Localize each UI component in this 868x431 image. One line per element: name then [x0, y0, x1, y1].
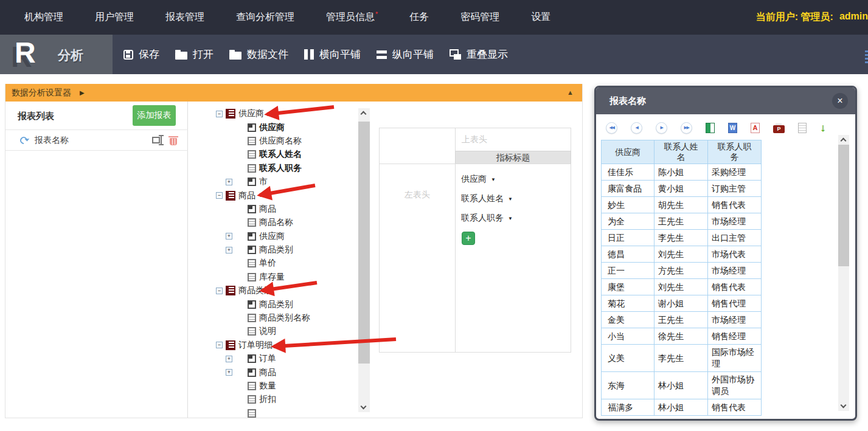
toolbar-button-纵向平铺[interactable]: 纵向平铺: [377, 47, 434, 61]
expand-icon[interactable]: +: [226, 356, 232, 362]
tree-item[interactable]: 联系人姓名: [215, 148, 355, 161]
add-report-button[interactable]: 添加报表: [133, 105, 176, 126]
table-cell: 外国市场协调员: [708, 372, 762, 399]
tree-scrollbar[interactable]: [358, 108, 370, 412]
tree-item[interactable]: 商品类别: [215, 297, 355, 311]
menu-item-机构管理[interactable]: 机构管理: [24, 11, 63, 24]
menu-item-用户管理[interactable]: 用户管理: [95, 11, 134, 24]
rename-icon[interactable]: [152, 137, 160, 143]
refresh-icon[interactable]: [19, 135, 29, 145]
prev-page-icon[interactable]: ◀: [631, 122, 642, 134]
expand-icon[interactable]: +: [226, 179, 232, 185]
download-icon[interactable]: ↓: [820, 123, 825, 133]
scroll-up-icon[interactable]: [841, 138, 847, 144]
table-cell: 方先生: [654, 263, 708, 279]
app-logo-block: R 分析: [0, 35, 113, 74]
scroll-down-icon[interactable]: [361, 404, 367, 410]
collapse-icon[interactable]: −: [216, 288, 223, 294]
tree-item[interactable]: −订单明细: [215, 339, 355, 352]
table-cell: 胡先生: [654, 197, 708, 213]
tree-item[interactable]: 数量: [215, 379, 355, 393]
delete-icon[interactable]: [170, 138, 177, 145]
pivot-field-联系人姓名[interactable]: 联系人姓名▼: [461, 193, 571, 205]
last-page-icon[interactable]: ▶▶: [681, 122, 692, 134]
pivot-left-header-dropzone[interactable]: 左表头: [379, 164, 456, 353]
pivot-top-header-dropzone[interactable]: 上表头: [455, 128, 571, 151]
tree-item[interactable]: +商品类别: [215, 243, 355, 257]
menu-item-密码管理[interactable]: 密码管理: [460, 11, 499, 24]
tree-item[interactable]: +供应商: [215, 230, 355, 243]
tree-item[interactable]: 库存量: [215, 271, 355, 284]
pivot-field-供应商[interactable]: 供应商▼: [461, 173, 571, 185]
add-field-button[interactable]: +: [462, 232, 475, 245]
table-cell: 销售代表: [708, 279, 762, 295]
settings-panel-header[interactable]: 数据分析设置器 ▶: [5, 84, 582, 102]
scroll-down-icon[interactable]: [841, 402, 847, 409]
pivot-field-label: 供应商: [461, 174, 487, 185]
pivot-indicator-title[interactable]: 指标标题: [455, 151, 571, 165]
tree-item[interactable]: +商品: [215, 365, 355, 379]
table-cell: 采购经理: [708, 164, 762, 181]
print-icon[interactable]: P: [773, 125, 785, 133]
field-icon: [248, 314, 256, 322]
collapse-panel-icon[interactable]: ▲: [567, 89, 574, 96]
report-table-scrollbar[interactable]: [838, 135, 849, 411]
report-list-item[interactable]: 报表名称: [5, 129, 188, 151]
table-cell: 出口主管: [708, 230, 762, 246]
tree-item[interactable]: −商品: [215, 188, 355, 202]
collapse-icon[interactable]: −: [216, 111, 223, 117]
toolbar-button-保存[interactable]: 保存: [123, 47, 159, 61]
tree-item-label: 订单: [259, 353, 276, 364]
pivot-field-联系人职务[interactable]: 联系人职务▼: [461, 212, 571, 224]
tree-item[interactable]: 供应商: [215, 120, 355, 134]
tree-item[interactable]: +市: [215, 175, 355, 188]
tree-item[interactable]: [215, 407, 355, 418]
tree-item[interactable]: −商品类别: [215, 284, 355, 297]
collapse-icon[interactable]: −: [216, 192, 223, 199]
expand-icon[interactable]: +: [226, 247, 232, 253]
expand-icon[interactable]: +: [226, 233, 232, 240]
tree-item-label: 供应商: [259, 231, 285, 242]
toolbar-button-重叠显示[interactable]: 重叠显示: [450, 47, 508, 61]
scrollbar-thumb[interactable]: [838, 145, 849, 266]
toolbar-button-label: 横向平铺: [319, 47, 361, 61]
toolbar-button-打开[interactable]: 打开: [175, 47, 214, 61]
menu-item-任务[interactable]: 任务: [409, 11, 429, 24]
tree-item[interactable]: +订单: [215, 352, 355, 365]
close-icon[interactable]: ×: [832, 93, 848, 109]
tree-item-label: 商品: [259, 367, 276, 378]
next-page-icon[interactable]: ▶: [656, 122, 667, 134]
menu-item-管理员信息[interactable]: 管理员信息*: [326, 10, 378, 24]
scrollbar-thumb[interactable]: [358, 122, 370, 364]
menu-item-报表管理[interactable]: 报表管理: [165, 11, 204, 24]
expand-icon[interactable]: +: [226, 369, 232, 376]
tree-item[interactable]: 说明: [215, 325, 355, 338]
tree-item-label: 供应商名称: [259, 136, 302, 147]
export-excel-icon[interactable]: [706, 123, 715, 133]
tree-item[interactable]: −供应商: [215, 107, 355, 120]
tree-item[interactable]: 折扣: [215, 393, 355, 406]
scroll-up-icon[interactable]: [361, 111, 367, 117]
app-logo: R: [15, 36, 36, 69]
menu-item-查询分析管理[interactable]: 查询分析管理: [236, 11, 294, 24]
dataset-tree: −供应商供应商供应商名称联系人姓名联系人职务+市−商品商品商品名称+供应商+商品…: [215, 107, 355, 418]
export-pdf-icon[interactable]: A: [751, 123, 760, 133]
tree-item[interactable]: 商品类别名称: [215, 311, 355, 325]
preview-icon[interactable]: [798, 123, 807, 133]
tree-item[interactable]: 商品名称: [215, 216, 355, 229]
tree-item-label: 商品名称: [259, 217, 293, 228]
tree-item[interactable]: 商品: [215, 202, 355, 216]
table-cell: 刘先生: [654, 246, 708, 263]
collapse-icon[interactable]: −: [216, 342, 223, 348]
export-word-icon[interactable]: W: [728, 123, 737, 133]
tree-item[interactable]: 单价: [215, 257, 355, 270]
table-cell: 正一: [602, 263, 654, 279]
toolbar-button-横向平铺[interactable]: 横向平铺: [304, 47, 361, 61]
table-cell: 销售代理: [708, 295, 762, 312]
tree-item[interactable]: 供应商名称: [215, 134, 355, 148]
toolbar-button-数据文件[interactable]: 数据文件: [229, 47, 288, 61]
tree-item[interactable]: 联系人职务: [215, 162, 355, 175]
tree-item-label: 说明: [259, 326, 276, 337]
menu-item-设置[interactable]: 设置: [531, 11, 550, 24]
first-page-icon[interactable]: ◀◀: [606, 122, 617, 134]
